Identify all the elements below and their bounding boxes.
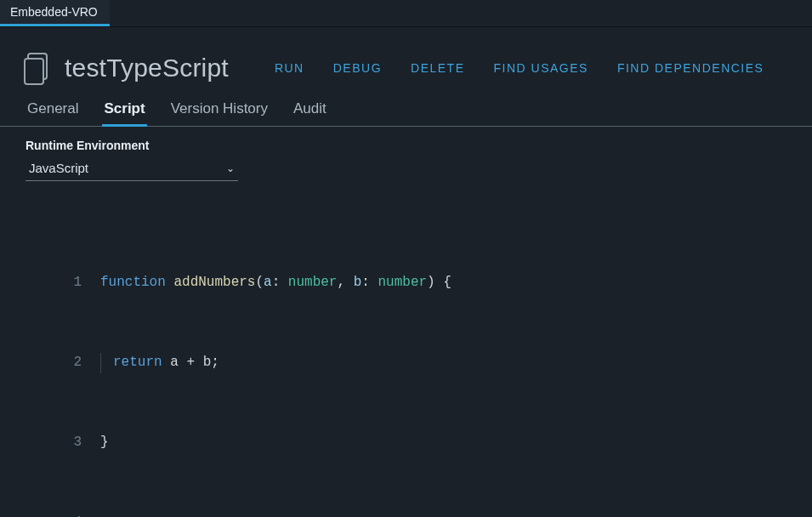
- chevron-down-icon: ⌄: [226, 162, 235, 174]
- debug-button[interactable]: DEBUG: [333, 61, 382, 75]
- line-number: 4: [0, 513, 100, 517]
- top-tab-bar: Embedded-VRO: [0, 0, 812, 27]
- header: testTypeScript RUN DEBUG DELETE FIND USA…: [0, 27, 812, 88]
- code-line: 1 function addNumbers(a: number, b: numb…: [0, 273, 812, 293]
- runtime-section: Runtime Environment JavaScript ⌄: [0, 127, 812, 186]
- document-icon: [24, 51, 53, 85]
- action-bar: RUN DEBUG DELETE FIND USAGES FIND DEPEND…: [275, 61, 764, 75]
- line-number: 2: [0, 353, 100, 373]
- line-number: 1: [0, 273, 100, 293]
- tab-audit[interactable]: Audit: [292, 100, 328, 126]
- runtime-value: JavaScript: [29, 161, 88, 175]
- sub-tab-bar: General Script Version History Audit: [0, 88, 812, 127]
- delete-button[interactable]: DELETE: [411, 61, 464, 75]
- runtime-label: Runtime Environment: [26, 139, 786, 152]
- runtime-select[interactable]: JavaScript ⌄: [26, 157, 238, 181]
- tab-version-history[interactable]: Version History: [169, 100, 270, 126]
- page-title: testTypeScript: [65, 54, 229, 82]
- run-button[interactable]: RUN: [275, 61, 304, 75]
- code-line: 2 return a + b;: [0, 353, 812, 373]
- tab-embedded-vro[interactable]: Embedded-VRO: [0, 0, 110, 26]
- tab-general[interactable]: General: [26, 100, 80, 126]
- svg-rect-1: [25, 59, 43, 84]
- line-number: 3: [0, 433, 100, 453]
- code-editor[interactable]: 1 function addNumbers(a: number, b: numb…: [0, 186, 812, 517]
- find-usages-button[interactable]: FIND USAGES: [494, 61, 588, 75]
- code-line: 4: [0, 513, 812, 517]
- find-dependencies-button[interactable]: FIND DEPENDENCIES: [617, 61, 764, 75]
- code-line: 3 }: [0, 433, 812, 453]
- tab-script[interactable]: Script: [102, 100, 146, 127]
